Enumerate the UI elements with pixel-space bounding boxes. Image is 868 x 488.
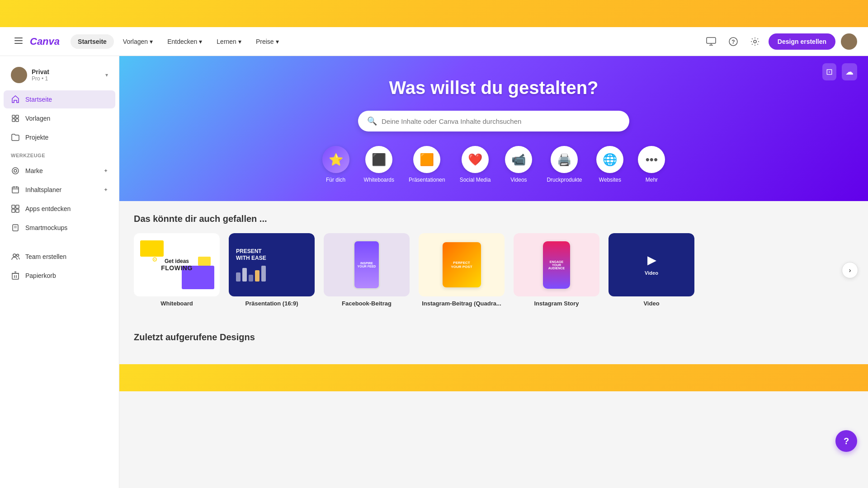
sidebar-item-team[interactable]: Team erstellen — [4, 248, 115, 266]
hero-icon-druckprodukte[interactable]: 🖨️ Druckprodukte — [547, 146, 582, 183]
hero-icon-websites[interactable]: 🌐 Websites — [596, 146, 623, 183]
sidebar-profile[interactable]: Privat Pro • 1 ▾ — [4, 63, 115, 87]
main-layout: Privat Pro • 1 ▾ Startseite — [0, 56, 868, 488]
nav-startseite-button[interactable]: Startseite — [71, 34, 114, 49]
hero-icons: ⭐ Für dich ⬛ Whiteboards 🟧 Präsentatione… — [146, 146, 841, 183]
druckprodukte-icon-circle: 🖨️ — [551, 146, 578, 173]
profile-name: Privat — [32, 68, 101, 75]
upload-icon-button[interactable]: ☁ — [842, 63, 857, 80]
canva-logo-text: Canva — [30, 36, 60, 47]
social-media-icon-circle: ❤️ — [462, 146, 489, 173]
svg-point-27 — [17, 254, 19, 257]
recent-title: Zuletzt aufgerufene Designs — [134, 332, 854, 343]
sidebar-apps-label: Apps entdecken — [25, 205, 71, 212]
hero-icon-whiteboards[interactable]: ⬛ Whiteboards — [364, 146, 394, 183]
search-bar: 🔍 — [358, 111, 629, 131]
recommendations-title: Das könnte dir auch gefallen ... — [134, 214, 854, 224]
canva-logo[interactable]: Canva — [30, 36, 60, 47]
nav-preise-button[interactable]: Preise ▾ — [250, 34, 284, 49]
nav-vorlagen-button[interactable]: Vorlagen ▾ — [118, 34, 158, 49]
svg-point-8 — [754, 40, 756, 43]
mehr-icon-circle: ••• — [638, 146, 665, 173]
monitor-icon-button[interactable] — [703, 33, 720, 50]
hero-top-right: ⊡ ☁ — [822, 63, 857, 80]
card-insta-quad[interactable]: PERFECTYOUR POST Instagram-Beitrag (Quad… — [419, 233, 505, 307]
card-whiteboard[interactable]: Get ideas FLOWING ⚙ Whiteboard — [134, 233, 220, 307]
sidebar-item-projects[interactable]: Projekte — [4, 128, 115, 146]
nav-entdecken-button[interactable]: Entdecken ▾ — [162, 34, 208, 49]
video-thumb: ▶ Video — [609, 233, 694, 296]
folder-icon — [11, 133, 20, 142]
floating-help-button[interactable]: ? — [835, 430, 857, 452]
card-insta-story[interactable]: ENGAGEYOURAUDIENCE Instagram Story — [514, 233, 599, 307]
sidebar-item-home[interactable]: Startseite — [4, 90, 115, 108]
insta-story-thumb: ENGAGEYOURAUDIENCE — [514, 233, 599, 296]
search-icon: 🔍 — [367, 116, 377, 126]
chevron-down-icon: ▾ — [276, 38, 279, 45]
sidebar-item-trash[interactable]: Papierkorb — [4, 267, 115, 285]
nav-lernen-button[interactable]: Lernen ▾ — [211, 34, 247, 49]
main-content: ⊡ ☁ Was willst du gestalten? 🔍 ⭐ Für dic… — [119, 56, 868, 488]
templates-icon — [11, 114, 20, 123]
chevron-down-icon: ▾ — [150, 38, 153, 45]
user-avatar[interactable] — [841, 33, 857, 50]
planner-badge: ✦ — [104, 187, 108, 193]
sidebar-item-templates[interactable]: Vorlagen — [4, 109, 115, 127]
svg-point-26 — [13, 254, 16, 257]
profile-info: Privat Pro • 1 — [32, 68, 101, 82]
hero-icon-fuer-dich[interactable]: ⭐ Für dich — [322, 146, 349, 183]
sidebar-item-apps[interactable]: Apps entdecken — [4, 200, 115, 218]
insta-quad-label: Instagram-Beitrag (Quadra... — [419, 300, 505, 307]
team-icon — [11, 252, 20, 261]
hero-icon-praesentationen[interactable]: 🟧 Präsentationen — [409, 146, 445, 183]
navbar-left: Canva Startseite Vorlagen ▾ Entdecken ▾ … — [11, 34, 703, 49]
sidebar-templates-label: Vorlagen — [25, 115, 50, 122]
insta-quad-thumb: PERFECTYOUR POST — [419, 233, 505, 296]
search-input[interactable] — [382, 117, 620, 125]
mehr-label: Mehr — [646, 177, 658, 183]
presentation-thumb: PRESENTWITH EASE — [229, 233, 315, 296]
top-banner — [0, 0, 868, 27]
svg-rect-19 — [12, 205, 15, 208]
navbar: Canva Startseite Vorlagen ▾ Entdecken ▾ … — [0, 27, 868, 56]
brand-badge: ✦ — [104, 168, 108, 174]
help-icon-button[interactable]: ? — [725, 33, 741, 50]
menu-toggle-button[interactable] — [11, 34, 26, 49]
planner-icon — [11, 185, 20, 194]
card-presentation[interactable]: PRESENTWITH EASE Präsentation ( — [229, 233, 315, 307]
cards-container: Get ideas FLOWING ⚙ Whiteboard — [134, 233, 854, 307]
svg-rect-22 — [16, 209, 19, 212]
crop-icon-button[interactable]: ⊡ — [822, 63, 836, 80]
sidebar-bottom-nav: Team erstellen Papierkorb — [0, 248, 119, 285]
card-video[interactable]: ▶ Video Video — [609, 233, 694, 307]
hero-icon-social-media[interactable]: ❤️ Social Media — [460, 146, 491, 183]
videos-icon-circle: 📹 — [505, 146, 532, 173]
recommendations-section: Das könnte dir auch gefallen ... — [119, 201, 868, 319]
settings-icon-button[interactable] — [747, 33, 763, 50]
social-media-label: Social Media — [460, 177, 491, 183]
sidebar-projects-label: Projekte — [25, 134, 48, 141]
svg-rect-11 — [12, 119, 15, 122]
cards-next-button[interactable]: › — [842, 262, 858, 278]
card-facebook[interactable]: INSPIREYOUR FEED Facebook-Beitrag — [324, 233, 410, 307]
hero-icon-videos[interactable]: 📹 Videos — [505, 146, 532, 183]
apps-icon — [11, 204, 20, 213]
sidebar-tools-nav: Marke ✦ Inhaltsplaner ✦ — [0, 162, 119, 237]
sidebar-item-mockups[interactable]: Smartmockups — [4, 219, 115, 237]
sidebar-item-planner[interactable]: Inhaltsplaner ✦ — [4, 181, 115, 199]
whiteboard-thumb: Get ideas FLOWING ⚙ — [134, 233, 220, 296]
sidebar-mockups-label: Smartmockups — [25, 224, 67, 231]
praesentationen-label: Präsentationen — [409, 177, 445, 183]
whiteboards-icon-circle: ⬛ — [365, 146, 392, 173]
svg-rect-12 — [16, 119, 19, 122]
sidebar-item-brand[interactable]: Marke ✦ — [4, 162, 115, 180]
bottom-banner — [119, 364, 868, 391]
sidebar-nav: Startseite Vorlagen — [0, 90, 119, 146]
phone-mockup: INSPIREYOUR FEED — [353, 240, 380, 290]
facebook-thumb: INSPIREYOUR FEED — [324, 233, 410, 296]
fuer-dich-label: Für dich — [326, 177, 345, 183]
sidebar-section-label: Werkzeuge — [0, 147, 119, 161]
create-design-button[interactable]: Design erstellen — [769, 33, 835, 50]
hero-icon-mehr[interactable]: ••• Mehr — [638, 146, 665, 183]
home-icon — [11, 95, 20, 104]
